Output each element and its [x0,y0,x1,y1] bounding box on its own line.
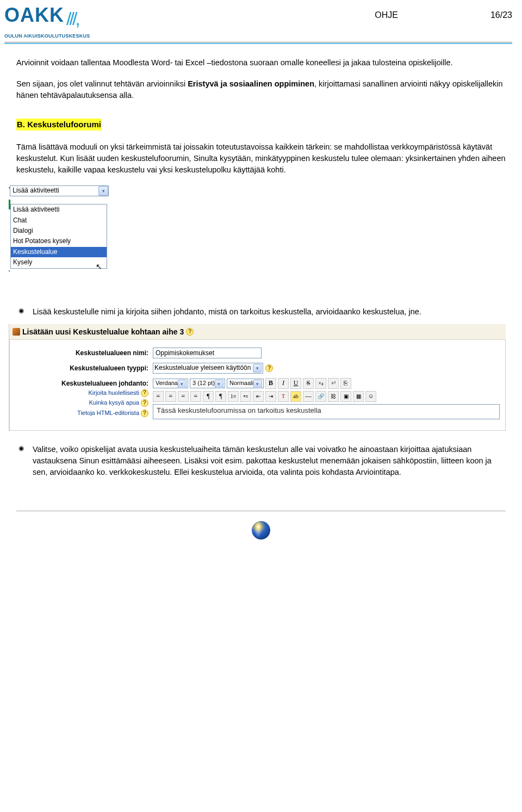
footer-divider [16,511,506,511]
help-icon[interactable]: ? [141,399,148,407]
help-icon[interactable]: ? [186,328,194,336]
editor-toolbar-row1: Verdana 3 (12 pt) Normaali B I U S ×₂ ×²… [153,378,500,389]
option-dialogi[interactable]: Dialogi [11,226,107,236]
label-forum-type: Keskustelualueen tyyppi: [25,363,153,373]
list-bullet-icon[interactable]: •≡ [240,391,251,402]
image-icon[interactable]: ▣ [340,391,351,402]
intro-p2b-bold: Eristyvä ja sosiaalinen oppiminen [188,79,314,88]
underline-icon[interactable]: U [290,378,301,389]
bg-color-icon[interactable]: ab [290,391,301,402]
option-keskustelualue[interactable]: Keskustelualue [11,247,107,257]
unlink-icon[interactable]: ⛓ [328,391,339,402]
align-center-icon[interactable]: ≡ [165,391,176,402]
toolbar-style-select[interactable]: Normaali [227,379,264,388]
label-forum-name: Keskustelualueen nimi: [25,348,153,358]
forum-icon [13,328,20,336]
section-paragraph: Tämä lisättävä moduuli on yksi tärkeimmi… [16,141,506,176]
activity-select-label: Lisää aktiviteetti [13,186,59,195]
globe-icon [252,521,270,540]
indent-icon[interactable]: ⇥ [265,391,276,402]
align-left-icon[interactable]: ≡ [153,391,164,402]
bold-icon[interactable]: B [265,378,276,389]
help-link-html-editor[interactable]: Tietoja HTML-editorista ? [25,409,153,418]
align-justify-icon[interactable]: ≡ [190,391,201,402]
intro-p2a: Sen sijaan, jos olet valinnut tehtävän a… [16,79,188,88]
dropdown-screenshot: ' Lisää aktiviteetti Lisää aktiviteetti … [9,185,506,291]
toolbar-font-select[interactable]: Verdana [153,379,188,388]
logo-subtitle: OULUN AIKUISKOULUTUSKESKUS [4,33,90,40]
smiley-icon[interactable]: ☺ [365,391,376,402]
intro-paragraph-1: Arvioinnit voidaan tallentaa Moodlesta W… [16,57,506,69]
editor-toolbar-row2: ≡ ≡ ≡ ≡ ¶ ¶ 1≡ •≡ ⇤ ⇥ T ab — 🔗 [153,391,500,402]
help-icon[interactable]: ? [265,364,273,372]
help-link-how-to-ask[interactable]: Kuinka kysyä apua ? [25,399,153,407]
bullet-item-2: Valitse, voiko opiskelijat avata uusia k… [16,444,506,478]
dropdown-arrow-icon[interactable] [253,364,262,373]
ltr-icon[interactable]: ¶ [203,391,214,402]
cursor-icon: ↖ [96,261,522,272]
toolbar-size-select[interactable]: 3 (12 pt) [190,379,225,388]
doc-type: OHJE [375,9,398,21]
table-icon[interactable]: ▦ [353,391,364,402]
option-hot-potatoes[interactable]: Hot Potatoes kysely [11,236,107,246]
logo-stripes-icon: ///, [66,5,78,32]
outdent-icon[interactable]: ⇤ [253,391,264,402]
select-forum-type-value: Keskustelualue yleiseen käyttöön [154,363,251,373]
bullet-item-1: Lisää keskustelulle nimi ja kirjoita sii… [16,306,506,318]
option-kysely[interactable]: Kysely [11,257,107,268]
select-forum-type[interactable]: Keskustelualue yleiseen käyttöön [153,363,263,374]
activity-select-open[interactable]: Lisää aktiviteetti Chat Dialogi Hot Pota… [10,204,107,268]
subscript-icon[interactable]: ×₂ [315,378,326,389]
rtl-icon[interactable]: ¶ [215,391,226,402]
label-forum-intro: Keskustelualueen johdanto: [25,378,153,388]
form-screenshot: Lisätään uusi Keskustelualue kohtaan aih… [9,324,506,431]
editor-textarea[interactable]: Tässä keskustelufoorumissa on tarkoitus … [153,404,500,419]
help-link-write-carefully[interactable]: Kirjoita huolellisesti ? [25,389,153,398]
copy-icon[interactable]: ⎘ [340,378,351,389]
list-number-icon[interactable]: 1≡ [228,391,239,402]
strikethrough-icon[interactable]: S [303,378,314,389]
dropdown-arrow-icon[interactable] [98,186,108,196]
help-icon[interactable]: ? [141,389,148,397]
logo-text: OAKK [4,5,64,25]
activity-select-closed[interactable]: Lisää aktiviteetti [10,185,109,196]
hr-icon[interactable]: — [303,391,314,402]
text-color-icon[interactable]: T [278,391,289,402]
page-number: 16/23 [490,9,512,21]
align-right-icon[interactable]: ≡ [178,391,189,402]
help-icon[interactable]: ? [141,410,148,417]
link-icon[interactable]: 🔗 [315,391,326,402]
option-chat[interactable]: Chat [11,215,107,226]
input-forum-name[interactable] [153,348,262,358]
superscript-icon[interactable]: ×² [328,378,339,389]
section-heading: B. Keskustelufoorumi [16,119,102,131]
italic-icon[interactable]: I [278,378,289,389]
form-title: Lisätään uusi Keskustelualue kohtaan aih… [22,326,184,337]
option-lisaa-aktiviteetti[interactable]: Lisää aktiviteetti [11,204,107,215]
intro-paragraph-2: Sen sijaan, jos olet valinnut tehtävän a… [16,78,506,101]
